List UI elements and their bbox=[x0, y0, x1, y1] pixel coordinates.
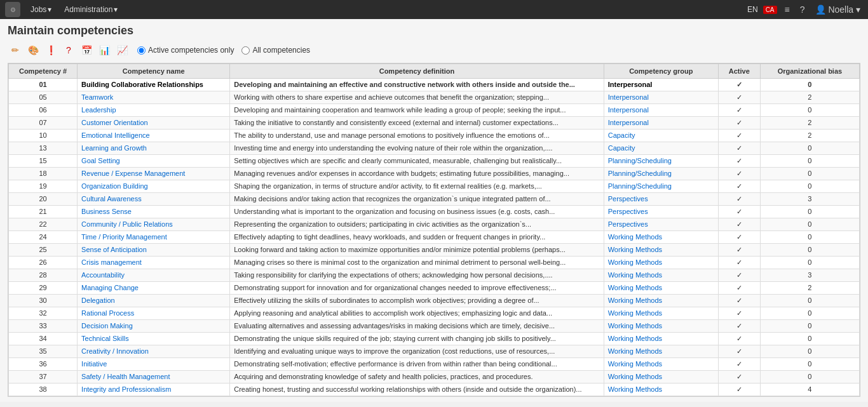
cell-group[interactable]: Working Methods bbox=[604, 320, 718, 333]
table-row[interactable]: 26Crisis managementManaging crises so th… bbox=[9, 257, 860, 269]
cell-group[interactable]: Interpersonal bbox=[604, 91, 718, 104]
cell-name[interactable]: Goal Setting bbox=[78, 155, 230, 168]
cell-group[interactable]: Planning/Scheduling bbox=[604, 168, 718, 180]
cell-name[interactable]: Sense of Anticipation bbox=[78, 244, 230, 257]
table-row[interactable]: 36InitiativeDemonstrating self-motivatio… bbox=[9, 358, 860, 371]
cell-group[interactable]: Working Methods bbox=[604, 269, 718, 282]
calendar-icon[interactable]: 📅 bbox=[79, 43, 94, 58]
cell-name[interactable]: Decision Making bbox=[78, 320, 230, 333]
cell-name[interactable]: Accountability bbox=[78, 269, 230, 282]
table-row[interactable]: 05TeamworkWorking with others to share e… bbox=[9, 91, 860, 104]
cell-group[interactable]: Working Methods bbox=[604, 282, 718, 295]
cell-group[interactable]: Interpersonal bbox=[604, 117, 718, 130]
cell-name[interactable]: Time / Priority Management bbox=[78, 231, 230, 244]
color-icon[interactable]: 🎨 bbox=[25, 43, 41, 58]
table-row[interactable]: 34Technical SkillsDemonstrating the uniq… bbox=[9, 333, 860, 345]
table-row[interactable]: 33Decision MakingEvaluating alternatives… bbox=[9, 320, 860, 333]
table-row[interactable]: 19Organization BuildingShaping the organ… bbox=[9, 180, 860, 193]
active-only-radio[interactable] bbox=[137, 46, 146, 55]
col-header-active: Active bbox=[718, 64, 760, 79]
cell-name[interactable]: Cultural Awareness bbox=[78, 193, 230, 206]
all-competencies-radio[interactable] bbox=[241, 46, 250, 55]
table-row[interactable]: 22Community / Public RelationsRepresenti… bbox=[9, 218, 860, 231]
cell-group[interactable]: Interpersonal bbox=[604, 104, 718, 117]
table-row[interactable]: 01Building Collaborative RelationshipsDe… bbox=[9, 79, 860, 91]
table-row[interactable]: 20Cultural AwarenessMaking decisions and… bbox=[9, 193, 860, 206]
cell-name[interactable]: Technical Skills bbox=[78, 333, 230, 345]
administration-menu[interactable]: Administration ▾ bbox=[59, 3, 123, 17]
table-row[interactable]: 15Goal SettingSetting objectives which a… bbox=[9, 155, 860, 168]
user-icon[interactable]: 👤 Noella ▾ bbox=[813, 3, 863, 16]
cell-name[interactable]: Crisis management bbox=[78, 257, 230, 269]
cell-num: 19 bbox=[9, 180, 78, 193]
cell-name[interactable]: Managing Change bbox=[78, 282, 230, 295]
nav-right: EN CA ≡ ? 👤 Noella ▾ bbox=[747, 3, 863, 16]
cell-name[interactable]: Safety / Health Management bbox=[78, 371, 230, 384]
cell-name[interactable]: Emotional Intelligence bbox=[78, 130, 230, 142]
table-row[interactable]: 18Revenue / Expense ManagementManaging r… bbox=[9, 168, 860, 180]
app-logo: ⚙ bbox=[5, 2, 20, 17]
question-icon[interactable]: ? bbox=[61, 43, 76, 58]
cell-group[interactable]: Working Methods bbox=[604, 307, 718, 320]
cell-group[interactable]: Working Methods bbox=[604, 358, 718, 371]
table-row[interactable]: 25Sense of AnticipationLooking forward a… bbox=[9, 244, 860, 257]
edit-icon[interactable]: ✏ bbox=[8, 43, 23, 58]
table-row[interactable]: 29Managing ChangeDemonstrating support f… bbox=[9, 282, 860, 295]
cell-group[interactable]: Working Methods bbox=[604, 295, 718, 307]
cell-group[interactable]: Working Methods bbox=[604, 384, 718, 396]
table-row[interactable]: 32Rational ProcessApplying reasoning and… bbox=[9, 307, 860, 320]
table-row[interactable]: 28AccountabilityTaking responsibility fo… bbox=[9, 269, 860, 282]
cell-group[interactable]: Working Methods bbox=[604, 257, 718, 269]
cell-group[interactable]: Planning/Scheduling bbox=[604, 155, 718, 168]
cell-name[interactable]: Delegation bbox=[78, 295, 230, 307]
cell-name[interactable]: Teamwork bbox=[78, 91, 230, 104]
cell-group[interactable]: Perspectives bbox=[604, 218, 718, 231]
menu-icon[interactable]: ≡ bbox=[782, 3, 792, 16]
cell-group[interactable]: Planning/Scheduling bbox=[604, 180, 718, 193]
list-icon[interactable]: 📊 bbox=[97, 43, 112, 58]
cell-group[interactable]: Working Methods bbox=[604, 333, 718, 345]
cell-group[interactable]: Working Methods bbox=[604, 345, 718, 358]
cell-group[interactable]: Capacity bbox=[604, 130, 718, 142]
cell-group[interactable]: Capacity bbox=[604, 142, 718, 155]
cell-definition: The ability to understand, use and manag… bbox=[230, 130, 604, 142]
table-row[interactable]: 30DelegationEffectively utilizing the sk… bbox=[9, 295, 860, 307]
cell-name[interactable]: Initiative bbox=[78, 358, 230, 371]
cell-name[interactable]: Revenue / Expense Management bbox=[78, 168, 230, 180]
cell-name[interactable]: Community / Public Relations bbox=[78, 218, 230, 231]
cell-group[interactable]: Working Methods bbox=[604, 231, 718, 244]
table-row[interactable]: 06LeadershipDeveloping and maintaining c… bbox=[9, 104, 860, 117]
table-row[interactable]: 10Emotional IntelligenceThe ability to u… bbox=[9, 130, 860, 142]
alert-icon[interactable]: ❗ bbox=[43, 43, 58, 58]
cell-num: 21 bbox=[9, 206, 78, 218]
language-selector[interactable]: EN bbox=[747, 5, 758, 14]
cell-name[interactable]: Building Collaborative Relationships bbox=[78, 79, 230, 91]
all-competencies-radio-label[interactable]: All competencies bbox=[241, 46, 310, 55]
cell-group[interactable]: Working Methods bbox=[604, 244, 718, 257]
cell-name[interactable]: Learning and Growth bbox=[78, 142, 230, 155]
table-row[interactable]: 37Safety / Health ManagementAcquiring an… bbox=[9, 371, 860, 384]
active-only-radio-label[interactable]: Active competencies only bbox=[137, 46, 234, 55]
table-row[interactable]: 35Creativity / InnovationIdentifying and… bbox=[9, 345, 860, 358]
cell-name[interactable]: Rational Process bbox=[78, 307, 230, 320]
jobs-menu[interactable]: Jobs ▾ bbox=[25, 3, 57, 17]
cell-group[interactable]: Perspectives bbox=[604, 193, 718, 206]
competencies-table: Competency # Competency name Competency … bbox=[8, 63, 860, 396]
table-row[interactable]: 24Time / Priority ManagementEffectively … bbox=[9, 231, 860, 244]
table-row[interactable]: 21Business SenseUnderstanding what is im… bbox=[9, 206, 860, 218]
chart-icon[interactable]: 📈 bbox=[114, 43, 130, 58]
cell-name[interactable]: Customer Orientation bbox=[78, 117, 230, 130]
cell-name[interactable]: Organization Building bbox=[78, 180, 230, 193]
cell-group[interactable]: Interpersonal bbox=[604, 79, 718, 91]
cell-name[interactable]: Creativity / Innovation bbox=[78, 345, 230, 358]
help-icon[interactable]: ? bbox=[797, 3, 808, 16]
cell-name[interactable]: Leadership bbox=[78, 104, 230, 117]
cell-definition: Shaping the organization, in terms of st… bbox=[230, 180, 604, 193]
cell-name[interactable]: Integrity and Professionalism bbox=[78, 384, 230, 396]
cell-group[interactable]: Perspectives bbox=[604, 206, 718, 218]
table-row[interactable]: 07Customer OrientationTaking the initiat… bbox=[9, 117, 860, 130]
cell-group[interactable]: Working Methods bbox=[604, 371, 718, 384]
table-row[interactable]: 13Learning and GrowthInvesting time and … bbox=[9, 142, 860, 155]
cell-name[interactable]: Business Sense bbox=[78, 206, 230, 218]
table-row[interactable]: 38Integrity and ProfessionalismCreating … bbox=[9, 384, 860, 396]
